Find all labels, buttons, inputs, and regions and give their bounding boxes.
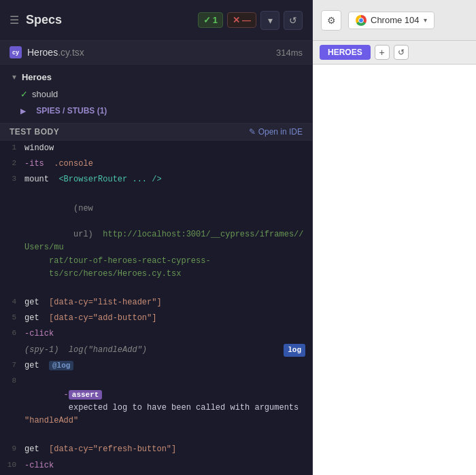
refresh-button[interactable]: ↺: [284, 11, 303, 30]
code-line-9: 9 get [data-cy="refresh-button"]: [0, 442, 312, 457]
test-body-header: TEST BODY ✎ Open in IDE: [0, 124, 312, 141]
settings-icon: ⚙: [327, 15, 336, 26]
tree-should-label: should: [32, 89, 58, 99]
spies-arrow-icon: ▶: [20, 107, 26, 115]
code-line-2: 2 -its .console: [0, 156, 312, 172]
right-panel: ⚙ Chrome 104 ▾ HEROES + ↺: [313, 0, 476, 475]
fail-badge: ✕ —: [227, 12, 256, 28]
browser-label[interactable]: Chrome 104 ▾: [348, 12, 435, 29]
browser-header: ⚙ Chrome 104 ▾: [313, 0, 476, 41]
browser-tabs: HEROES + ↺: [313, 41, 476, 65]
tree-spies-label: SPIES / STUBS (1): [36, 106, 107, 116]
at-log-badge-1: @log: [49, 361, 73, 370]
code-line-3: 3 mount <BrowserRouter ... />: [0, 172, 312, 188]
fail-x-icon: ✕: [233, 15, 240, 25]
open-ide-label: Open in IDE: [258, 127, 303, 137]
open-ide-button[interactable]: ✎ Open in IDE: [249, 127, 303, 137]
specs-title: Specs: [26, 13, 191, 27]
file-duration: 314ms: [276, 48, 303, 58]
heroes-tab[interactable]: HEROES: [320, 45, 371, 60]
code-line-8: 8 -assert expected log to have been call…: [0, 374, 312, 442]
log-badge-1: log: [284, 344, 305, 357]
collapse-arrow-icon: ▼: [11, 73, 18, 81]
fail-count: —: [242, 15, 251, 25]
tree-heroes-label: Heroes: [22, 72, 52, 82]
browser-chevron-icon: ▾: [424, 16, 427, 24]
pass-badge: ✓ 1: [198, 12, 223, 28]
tree-should-item[interactable]: ✓ should: [0, 86, 312, 103]
pencil-icon: ✎: [249, 127, 256, 137]
chrome-icon: [356, 15, 367, 26]
specs-header: ☰ Specs ✓ 1 ✕ — ▾ ↺: [0, 0, 312, 41]
menu-icon[interactable]: ☰: [10, 14, 19, 27]
new-tab-button[interactable]: +: [375, 45, 390, 60]
left-panel: ☰ Specs ✓ 1 ✕ — ▾ ↺ cy Heroes.cy.tsx 314…: [0, 0, 313, 475]
code-line-10: 10 -click: [0, 458, 312, 474]
browser-name: Chrome 104: [371, 15, 420, 25]
tree-check-icon: ✓: [20, 89, 28, 99]
file-header: cy Heroes.cy.tsx 314ms: [0, 41, 312, 65]
check-icon: ✓: [203, 15, 211, 25]
file-icon: cy: [10, 46, 22, 58]
file-name: Heroes.cy.tsx: [27, 47, 276, 58]
code-line-4: 4 get [data-cy="list-header"]: [0, 295, 312, 311]
assert-badge-1: assert: [69, 390, 103, 400]
pass-count: 1: [213, 15, 218, 25]
browser-settings-button[interactable]: ⚙: [321, 10, 341, 31]
code-line-7: 7 get @log: [0, 358, 312, 374]
test-body-label: TEST BODY: [10, 127, 249, 137]
tab-refresh-button[interactable]: ↺: [394, 45, 409, 60]
code-line-5: 5 get [data-cy="add-button"]: [0, 311, 312, 326]
chevron-button[interactable]: ▾: [260, 11, 279, 30]
code-line-spy1: (spy-1) log("handleAdd") log: [0, 342, 312, 359]
code-line-1: 1 window: [0, 141, 312, 156]
code-line-url: (new url) http://localhost:3001/__cypres…: [0, 188, 312, 296]
code-line-6: 6 -click: [0, 326, 312, 342]
tree-spies-item[interactable]: ▶ SPIES / STUBS (1): [0, 103, 312, 119]
header-controls: ✓ 1 ✕ — ▾ ↺: [198, 11, 303, 30]
browser-content: [313, 65, 476, 475]
test-tree: ▼ Heroes ✓ should ▶ SPIES / STUBS (1): [0, 65, 312, 124]
code-area[interactable]: 1 window 2 -its .console 3 mount <Browse…: [0, 141, 312, 475]
tree-heroes-parent[interactable]: ▼ Heroes: [0, 69, 312, 86]
